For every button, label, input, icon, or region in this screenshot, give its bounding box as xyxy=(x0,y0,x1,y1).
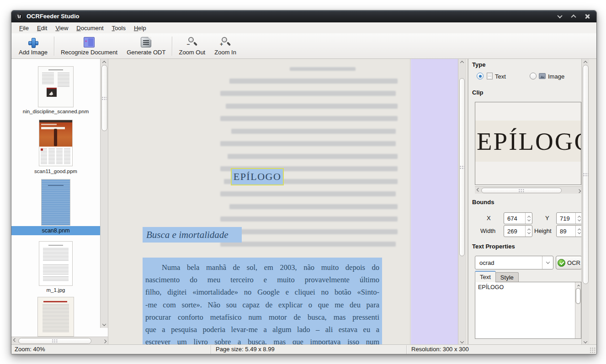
add-image-button[interactable]: Add Image xyxy=(14,36,52,56)
clip-scrollbar-thumb[interactable] xyxy=(481,188,562,193)
scroll-left-arrow[interactable] xyxy=(11,337,18,344)
maximize-button[interactable] xyxy=(568,12,579,21)
status-separator xyxy=(406,345,407,354)
page-thumbnail[interactable] xyxy=(38,67,73,107)
menu-file[interactable]: File xyxy=(15,23,33,33)
sidebar-vertical-scrollbar[interactable] xyxy=(100,59,108,328)
status-resolution: Resolution: 300 x 300 xyxy=(411,346,469,353)
ocr-check-icon xyxy=(558,259,565,267)
sidebar-scrollbar-thumb[interactable] xyxy=(101,65,107,131)
bounds-y-spinner[interactable]: 719 xyxy=(556,212,583,224)
toolbar-separator xyxy=(54,37,54,56)
tab-text[interactable]: Text xyxy=(475,271,496,282)
bounds-width-spinner[interactable]: 269 xyxy=(504,225,532,237)
scroll-left-arrow[interactable] xyxy=(475,187,482,194)
bounds-height-label: Height xyxy=(534,227,552,234)
toolbar-separator xyxy=(172,37,172,56)
menu-bar: File Edit View Document Tools Help xyxy=(11,22,596,33)
paragraph-line: Numa bela manhã de sol, em 2003, não mui… xyxy=(145,261,379,274)
menu-view[interactable]: View xyxy=(51,23,72,33)
paragraph-line: que a pesquisa poderia levar-me a algum … xyxy=(145,323,379,336)
title-bar[interactable]: OCRFeeder Studio xyxy=(11,11,596,22)
close-button[interactable] xyxy=(582,12,593,21)
page-bleed-through xyxy=(220,67,403,257)
app-icon xyxy=(16,13,23,20)
paragraph-line: -me com sorte». Não sou capaz de explica… xyxy=(145,299,379,311)
clip-horizontal-scrollbar[interactable] xyxy=(475,186,582,194)
zoom-in-icon: + xyxy=(219,37,231,48)
recognize-document-button[interactable]: Recognize Document xyxy=(56,36,122,56)
scroll-up-arrow[interactable] xyxy=(101,59,108,65)
scroll-up-arrow[interactable] xyxy=(582,59,589,65)
paragraph-line: nascimento do meu terceiro e muito prova… xyxy=(145,274,379,286)
text-properties-title: Text Properties xyxy=(472,243,515,250)
status-page-size: Page size: 5.49 x 8.99 xyxy=(216,346,275,353)
type-section-title: Type xyxy=(472,61,485,68)
clip-preview: EPÍLOGO xyxy=(475,102,581,185)
text-region-heading[interactable]: EPÍLOGO xyxy=(232,169,283,185)
scroll-right-arrow[interactable] xyxy=(101,337,108,344)
scanned-page[interactable]: EPÍLOGO Busca e imortalidade Numa bela m… xyxy=(109,59,410,344)
canvas-scrollbar-thumb[interactable] xyxy=(459,78,465,256)
bounds-section-title: Bounds xyxy=(472,199,494,206)
sidebar-horizontal-scrollbar[interactable] xyxy=(11,337,108,344)
textarea-scrollbar[interactable] xyxy=(575,282,581,338)
menu-help[interactable]: Help xyxy=(130,23,150,33)
generate-odt-button[interactable]: Generate ODT xyxy=(122,36,170,56)
page-filename-selected[interactable]: scan8.pnm xyxy=(11,226,100,235)
sidebar-hscrollbar-thumb[interactable] xyxy=(18,338,91,344)
page-thumbnail[interactable] xyxy=(39,242,72,285)
clip-section-title: Clip xyxy=(472,89,484,96)
page-thumbnail[interactable] xyxy=(39,120,72,166)
canvas-margin xyxy=(411,59,458,344)
menu-tools[interactable]: Tools xyxy=(108,23,130,33)
app-window: OCRFeeder Studio File Edit View Document… xyxy=(11,10,597,354)
canvas-vertical-scrollbar[interactable] xyxy=(458,59,465,344)
scroll-down-arrow[interactable] xyxy=(101,322,108,328)
text-region-subtitle[interactable]: Busca e imortalidade xyxy=(143,227,242,243)
scroll-down-arrow[interactable] xyxy=(458,339,465,344)
recognized-text-area[interactable]: EPÍLOGO xyxy=(475,282,581,339)
menu-edit[interactable]: Edit xyxy=(33,23,51,33)
zoom-out-button[interactable]: − Zoom Out xyxy=(174,36,210,56)
page-filename[interactable]: scan11_good.ppm xyxy=(11,169,100,174)
ocr-button[interactable]: OCR xyxy=(556,256,582,269)
bounds-x-label: X xyxy=(487,215,491,222)
window-title: OCRFeeder Studio xyxy=(27,13,80,20)
page-filename[interactable]: m_1.jpg xyxy=(11,287,100,293)
textarea-scrollbar-thumb[interactable] xyxy=(576,288,580,304)
ocr-engine-value: ocrad xyxy=(479,259,494,266)
scroll-up-arrow[interactable] xyxy=(575,282,581,289)
close-icon xyxy=(585,14,590,19)
tab-style[interactable]: Style xyxy=(495,272,519,282)
document-canvas[interactable]: EPÍLOGO Busca e imortalidade Numa bela m… xyxy=(109,59,465,344)
type-image-label[interactable]: Image xyxy=(548,73,564,80)
panel-vertical-scrollbar[interactable] xyxy=(581,59,589,345)
generate-odt-icon xyxy=(141,37,151,47)
properties-panel: Type Text Image Clip EPÍLOGO Bounds X 67… xyxy=(468,59,589,344)
zoom-in-button[interactable]: + Zoom In xyxy=(210,36,241,56)
type-text-label[interactable]: Text xyxy=(495,73,506,80)
menu-document[interactable]: Document xyxy=(72,23,107,33)
text-type-icon xyxy=(487,73,493,79)
window-resize-grip[interactable] xyxy=(590,347,595,353)
text-region-paragraph[interactable]: Numa bela manhã de sol, em 2003, não mui… xyxy=(143,258,382,344)
image-type-icon xyxy=(539,73,546,79)
minimize-button[interactable] xyxy=(554,12,565,21)
page-thumbnail-selected[interactable] xyxy=(42,179,70,225)
panel-scrollbar-thumb[interactable] xyxy=(583,65,589,284)
combo-chevron-area xyxy=(542,256,553,269)
bounds-width-label: Width xyxy=(480,227,495,234)
scroll-up-arrow[interactable] xyxy=(458,59,465,65)
type-text-radio[interactable] xyxy=(477,73,484,79)
add-plus-icon xyxy=(27,37,38,48)
status-bar: Zoom: 40% Page size: 5.49 x 8.99 Resolut… xyxy=(11,344,596,354)
bounds-height-spinner[interactable]: 89 xyxy=(556,225,583,237)
text-style-tabs: Text Style xyxy=(475,271,519,282)
type-image-radio[interactable] xyxy=(530,73,537,79)
recognized-text: EPÍLOGO xyxy=(478,284,504,290)
page-thumbnail[interactable] xyxy=(38,297,74,336)
ocr-engine-select[interactable]: ocrad xyxy=(475,256,553,269)
bounds-x-spinner[interactable]: 674 xyxy=(504,212,532,224)
page-filename[interactable]: nin_discipline_scanned.pnm xyxy=(11,109,100,114)
